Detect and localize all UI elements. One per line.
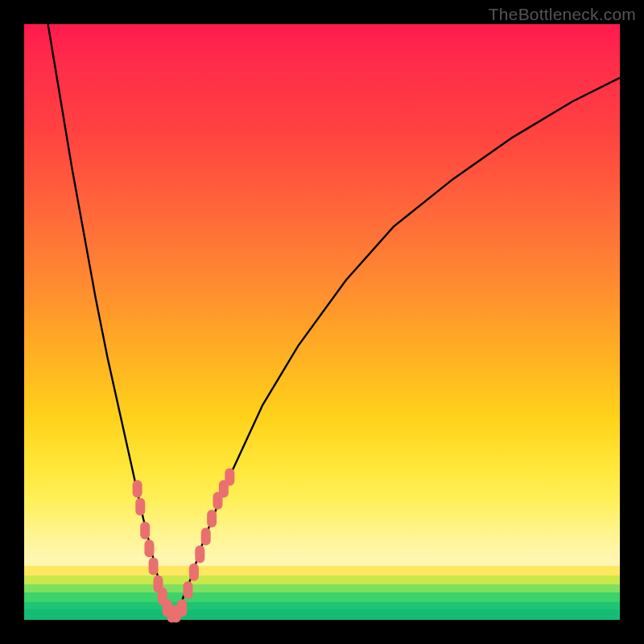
data-marker xyxy=(225,468,234,485)
data-marker xyxy=(149,557,159,575)
data-marker xyxy=(133,480,142,497)
data-marker xyxy=(201,527,211,545)
chart-frame: TheBottleneck.com xyxy=(0,0,644,644)
marker-group xyxy=(133,468,235,622)
data-marker xyxy=(195,546,204,564)
data-marker xyxy=(135,497,145,515)
data-marker xyxy=(207,510,217,527)
data-marker xyxy=(140,522,150,539)
data-marker xyxy=(189,564,199,581)
chart-svg xyxy=(24,24,620,620)
chart-plot-area xyxy=(24,24,620,620)
data-marker xyxy=(177,599,187,617)
data-marker xyxy=(144,539,154,557)
bottleneck-curve xyxy=(48,24,620,620)
watermark-text: TheBottleneck.com xyxy=(489,5,636,24)
data-marker xyxy=(184,581,193,599)
